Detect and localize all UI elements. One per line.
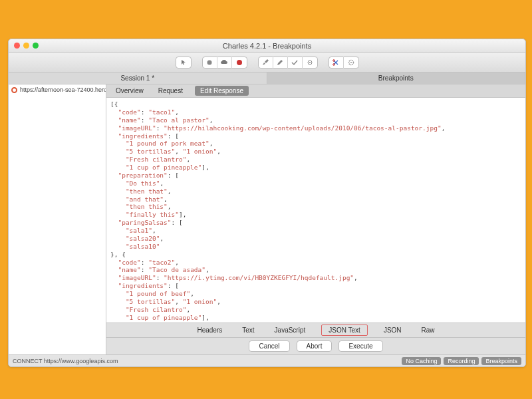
abort-button[interactable]: Abort xyxy=(297,340,332,352)
request-row[interactable]: https://afternoon-sea-72400.herokuapp xyxy=(9,84,106,95)
svg-point-7 xyxy=(350,62,352,63)
check-icon[interactable] xyxy=(288,57,303,68)
cursor-icon[interactable] xyxy=(176,57,191,68)
brush-icon[interactable] xyxy=(259,57,273,68)
tab-overview[interactable]: Overview xyxy=(113,86,146,96)
pencil-icon[interactable] xyxy=(273,57,288,68)
tab-breakpoints[interactable]: Breakpoints xyxy=(267,72,526,84)
minimize-icon[interactable] xyxy=(23,43,29,49)
upper-tabs: Session 1 * Breakpoints xyxy=(9,72,525,84)
btab-raw[interactable]: Raw xyxy=(418,325,439,335)
titlebar: Charles 4.2.1 - Breakpoints xyxy=(9,39,525,53)
sidebar: https://afternoon-sea-72400.herokuapp xyxy=(9,84,106,354)
btab-json-text[interactable]: JSON Text xyxy=(321,325,368,336)
request-url: https://afternoon-sea-72400.herokuapp xyxy=(20,86,106,93)
window-controls xyxy=(9,43,39,49)
svg-point-3 xyxy=(309,62,311,63)
bottom-tabs: Headers Text JavaScript JSON Text JSON R… xyxy=(106,323,525,337)
svg-point-1 xyxy=(237,60,242,65)
cloud-icon[interactable] xyxy=(217,57,232,68)
cancel-button[interactable]: Cancel xyxy=(249,340,289,352)
btab-text[interactable]: Text xyxy=(238,325,258,335)
tab-session[interactable]: Session 1 * xyxy=(9,72,267,84)
toolbar-group-right xyxy=(329,57,359,68)
toolbar-group-mid xyxy=(202,57,247,68)
body: https://afternoon-sea-72400.herokuapp Ov… xyxy=(9,84,525,354)
toolbar-group-left xyxy=(176,57,192,68)
scissors-icon[interactable] xyxy=(329,57,344,68)
tab-request[interactable]: Request xyxy=(156,86,186,96)
close-icon[interactable] xyxy=(14,43,20,49)
toolbar-group-edit xyxy=(258,57,318,68)
action-row: Cancel Abort Execute xyxy=(106,337,525,354)
record-icon[interactable] xyxy=(203,57,217,68)
status-connect: CONNECT https://www.googleapis.com xyxy=(13,358,118,364)
btab-headers[interactable]: Headers xyxy=(193,325,226,335)
json-editor[interactable]: [{ "code": "taco1", "name": "Taco al pas… xyxy=(106,98,525,323)
breakpoint-icon xyxy=(11,87,17,93)
settings-icon[interactable] xyxy=(303,57,317,68)
sub-tabs: Overview Request Edit Response xyxy=(106,84,525,98)
app-window: Charles 4.2.1 - Breakpoints Session 1 * … xyxy=(8,39,526,367)
stop-icon[interactable] xyxy=(232,57,247,68)
gear-icon[interactable] xyxy=(344,57,358,68)
toolbar xyxy=(9,53,525,72)
btab-javascript[interactable]: JavaScript xyxy=(271,325,310,335)
window-title: Charles 4.2.1 - Breakpoints xyxy=(9,42,525,50)
tab-edit-response[interactable]: Edit Response xyxy=(195,86,249,96)
svg-point-0 xyxy=(207,60,212,65)
statusbar: CONNECT https://www.googleapis.com No Ca… xyxy=(9,354,525,366)
badge-nocaching: No Caching xyxy=(402,357,441,365)
main-pane: Overview Request Edit Response [{ "code"… xyxy=(106,84,525,354)
btab-json[interactable]: JSON xyxy=(380,325,406,335)
badge-breakpoints: Breakpoints xyxy=(481,357,521,365)
status-badges: No Caching Recording Breakpoints xyxy=(402,357,521,365)
zoom-icon[interactable] xyxy=(33,43,39,49)
execute-button[interactable]: Execute xyxy=(338,340,382,352)
badge-recording: Recording xyxy=(444,357,479,365)
